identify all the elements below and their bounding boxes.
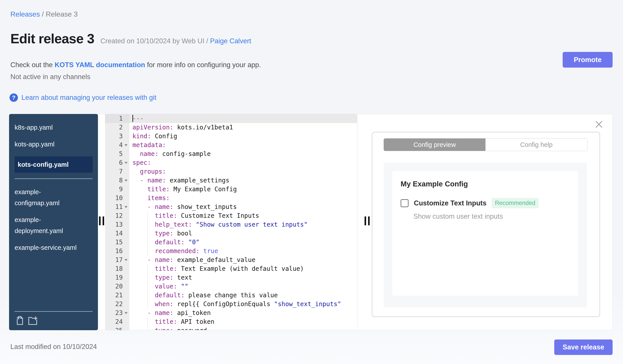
editor-line-7[interactable]: 7 groups: xyxy=(105,167,357,176)
editor-gutter: 22 xyxy=(105,300,129,309)
close-icon xyxy=(595,120,603,128)
sidebar-file-example-configmap.yaml[interactable]: example-configmap.yaml xyxy=(15,186,81,208)
line-number: 13 xyxy=(105,220,123,229)
text-cursor xyxy=(133,115,133,122)
editor-gutter: 5 xyxy=(105,150,129,158)
save-release-button[interactable]: Save release xyxy=(554,340,613,355)
editor-line-1[interactable]: 1--- xyxy=(105,114,357,123)
editor-line-12[interactable]: 12 title: Customize Text Inputs xyxy=(105,211,357,220)
yaml-code-editor[interactable]: 1---2apiVersion: kots.io/v1beta13kind: C… xyxy=(105,114,357,330)
add-folder-icon[interactable] xyxy=(28,315,38,325)
breadcrumb-separator: / xyxy=(40,10,46,18)
add-file-icon[interactable] xyxy=(15,315,25,325)
sidebar-file-kots-app.yaml[interactable]: kots-app.yaml xyxy=(15,139,81,150)
editor-line-11[interactable]: 11 - name: show_text_inputs xyxy=(105,202,357,211)
editor-line-3[interactable]: 3kind: Config xyxy=(105,132,357,141)
editor-gutter: 7 xyxy=(105,167,129,176)
editor-line-18[interactable]: 18 title: Text Example (with default val… xyxy=(105,264,357,273)
doc-prefix: Check out the xyxy=(10,61,55,69)
breadcrumb-releases-link[interactable]: Releases xyxy=(10,10,40,18)
sidebar-footer xyxy=(15,311,93,330)
editor-line-23[interactable]: 23 - name: api_token xyxy=(105,309,357,317)
editor-gutter: 16 xyxy=(105,247,129,256)
sidebar-file-k8s-app.yaml[interactable]: k8s-app.yaml xyxy=(15,122,81,133)
editor-gutter: 8 xyxy=(105,176,129,185)
created-meta: Created on 10/10/2024 by Web UI / Paige … xyxy=(100,37,251,45)
tab-config-help[interactable]: Config help xyxy=(486,139,587,151)
code-text: kind: Config xyxy=(129,132,357,141)
tab-config-preview[interactable]: Config preview xyxy=(384,139,486,151)
config-item-row: Customize Text Inputs Recommended xyxy=(400,198,538,208)
line-number: 11 xyxy=(105,202,123,211)
editor-line-19[interactable]: 19 type: text xyxy=(105,273,357,282)
code-text: name: config-sample xyxy=(129,150,357,158)
fold-spacer xyxy=(123,114,129,123)
code-text: type: password xyxy=(129,326,357,330)
editor-line-17[interactable]: 17 - name: example_default_value xyxy=(105,256,357,264)
code-text: value: "" xyxy=(129,282,357,291)
sidebar-resize-handle[interactable] xyxy=(98,216,105,225)
sidebar-file-kots-config.yaml[interactable]: kots-config.yaml xyxy=(15,156,93,173)
release-editor-page: Releases / Release 3 Edit release 3 Crea… xyxy=(0,0,623,364)
promote-button[interactable]: Promote xyxy=(563,52,613,68)
fold-spacer xyxy=(123,132,129,141)
config-preview-pane: Config preview Config help My Example Co… xyxy=(357,114,612,330)
editor-gutter: 6 xyxy=(105,158,129,167)
sidebar-file-example-deployment.yaml[interactable]: example-deployment.yaml xyxy=(15,214,81,236)
preview-body: My Example Config Customize Text Inputs … xyxy=(384,162,587,307)
editor-gutter: 17 xyxy=(105,256,129,264)
line-number: 2 xyxy=(105,123,123,132)
line-number: 25 xyxy=(105,326,123,330)
editor-line-9[interactable]: 9 title: My Example Config xyxy=(105,185,357,194)
sidebar-file-example-service.yaml[interactable]: example-service.yaml xyxy=(15,242,81,253)
code-text: items: xyxy=(129,194,357,202)
editor-gutter: 23 xyxy=(105,309,129,317)
editor-line-2[interactable]: 2apiVersion: kots.io/v1beta1 xyxy=(105,123,357,132)
editor-line-22[interactable]: 22 when: repl{{ ConfigOptionEquals "show… xyxy=(105,300,357,309)
config-item-help-text: Show custom user text inputs xyxy=(413,212,503,221)
editor-gutter: 1 xyxy=(105,114,129,123)
git-releases-link[interactable]: Learn about managing your releases with … xyxy=(22,94,156,101)
preview-resize-handle[interactable] xyxy=(364,216,370,225)
editor-line-8[interactable]: 8 - name: example_settings xyxy=(105,176,357,185)
editor-line-5[interactable]: 5 name: config-sample xyxy=(105,150,357,158)
editor-line-21[interactable]: 21 default: please change this value xyxy=(105,291,357,300)
editor-gutter: 11 xyxy=(105,202,129,211)
fold-arrow-icon[interactable] xyxy=(123,309,129,317)
fold-spacer xyxy=(123,185,129,194)
editor-gutter: 2 xyxy=(105,123,129,132)
fold-spacer xyxy=(123,317,129,326)
editor-gutter: 18 xyxy=(105,264,129,273)
fold-arrow-icon[interactable] xyxy=(123,158,129,167)
editor-line-16[interactable]: 16 recommended: true xyxy=(105,247,357,256)
editor-line-15[interactable]: 15 default: "0" xyxy=(105,238,357,247)
fold-arrow-icon[interactable] xyxy=(123,256,129,264)
fold-arrow-icon[interactable] xyxy=(123,176,129,185)
close-preview-button[interactable] xyxy=(595,120,603,128)
editor-line-13[interactable]: 13 help_text: "Show custom user text inp… xyxy=(105,220,357,229)
editor-line-24[interactable]: 24 title: API token xyxy=(105,317,357,326)
page-title: Edit release 3 xyxy=(10,31,94,46)
editor-gutter: 3 xyxy=(105,132,129,141)
editor-line-20[interactable]: 20 value: "" xyxy=(105,282,357,291)
editor-gutter: 19 xyxy=(105,273,129,282)
editor-line-6[interactable]: 6spec: xyxy=(105,158,357,167)
code-text: help_text: "Show custom user text inputs… xyxy=(129,220,357,229)
code-text: title: Text Example (with default value) xyxy=(129,264,357,273)
editor-line-25[interactable]: 25 type: password xyxy=(105,326,357,330)
editor-line-4[interactable]: 4metadata: xyxy=(105,141,357,150)
editor-line-14[interactable]: 14 type: bool xyxy=(105,229,357,238)
code-text: - name: example_default_value xyxy=(129,256,357,264)
author-link[interactable]: Paige Calvert xyxy=(210,37,251,45)
fold-spacer xyxy=(123,220,129,229)
kots-yaml-doc-link[interactable]: KOTS YAML documentation xyxy=(55,61,145,69)
fold-arrow-icon[interactable] xyxy=(123,141,129,150)
customize-text-inputs-checkbox[interactable] xyxy=(400,199,409,207)
editor-gutter: 4 xyxy=(105,141,129,150)
git-help-row: ? Learn about managing your releases wit… xyxy=(9,93,156,102)
line-number: 14 xyxy=(105,229,123,238)
line-number: 12 xyxy=(105,211,123,220)
code-text: type: bool xyxy=(129,229,357,238)
fold-arrow-icon[interactable] xyxy=(123,202,129,211)
editor-line-10[interactable]: 10 items: xyxy=(105,194,357,202)
